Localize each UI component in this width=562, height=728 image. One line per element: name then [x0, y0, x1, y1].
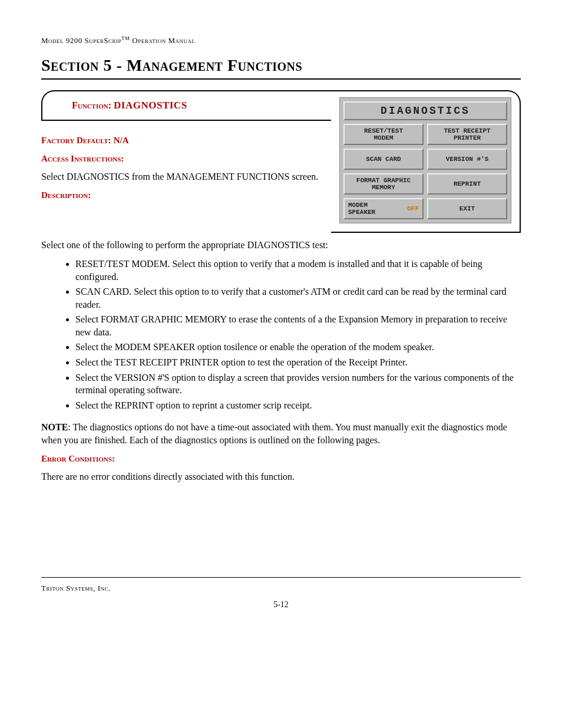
error-conditions-body: There are no error conditions directly a…: [41, 470, 521, 483]
page-number: 5-12: [41, 600, 521, 610]
btn-exit[interactable]: EXIT: [427, 198, 507, 219]
list-item: Select the TEST RECEIPT PRINTER option t…: [75, 356, 521, 369]
factory-default-label: Factory Default:: [41, 136, 111, 145]
screen-panel: DIAGNOSTICS RESET/TEST MODEM TEST RECEIP…: [331, 90, 521, 233]
function-banner: Function: DIAGNOSTICS: [41, 90, 331, 121]
header-suffix: Operation Manual: [130, 36, 196, 45]
list-item: Select the REPRINT option to reprint a c…: [75, 399, 521, 412]
error-conditions-label: Error Conditions:: [41, 453, 521, 465]
btn-test-receipt-printer[interactable]: TEST RECEIPT PRINTER: [427, 124, 507, 145]
btn-reprint[interactable]: REPRINT: [427, 173, 507, 195]
list-item: SCAN CARD. Select this option to to veri…: [75, 285, 521, 311]
bullet-list: RESET/TEST MODEM. Select this option to …: [41, 258, 521, 412]
function-label: Function:: [72, 100, 111, 110]
title-rule: [41, 78, 521, 80]
btn-version-numbers[interactable]: VERSION #'S: [427, 149, 507, 170]
function-value: DIAGNOSTICS: [114, 100, 187, 111]
list-item: Select FORMAT GRAPHIC MEMORY to erase th…: [75, 313, 521, 338]
list-item: RESET/TEST MODEM. Select this option to …: [75, 258, 521, 283]
screen-button-grid: RESET/TEST MODEM TEST RECEIPT PRINTER SC…: [343, 124, 507, 219]
note-paragraph: NOTE: The diagnostics options do not hav…: [41, 421, 521, 446]
access-instructions-label: Access Instructions:: [41, 153, 322, 164]
screen-title: DIAGNOSTICS: [343, 101, 507, 120]
btn-scan-card[interactable]: SCAN CARD: [343, 149, 424, 170]
spacer: [41, 489, 521, 559]
note-label: NOTE: [41, 422, 68, 432]
section-title: Section 5 - Management Functions: [41, 56, 521, 75]
header-product: uperScrip: [89, 36, 121, 45]
btn-modem-speaker-state: OFF: [407, 205, 419, 212]
btn-modem-speaker[interactable]: MODEM SPEAKER OFF: [343, 198, 424, 219]
list-item: Select the MODEM SPEAKER option tosilenc…: [75, 341, 521, 354]
factory-default-value: N/A: [114, 136, 129, 145]
top-block: Function: DIAGNOSTICS Factory Default: N…: [41, 90, 521, 233]
btn-modem-speaker-label: MODEM SPEAKER: [348, 202, 375, 216]
list-item: Select the VERSION #'S option to display…: [75, 371, 521, 397]
screen: DIAGNOSTICS RESET/TEST MODEM TEST RECEIP…: [339, 97, 511, 223]
header-model: Model 9200 S: [41, 36, 89, 45]
description-lead: Select one of the following to perform t…: [41, 239, 521, 252]
access-instructions-body: Select DIAGNOSTICS from the MANAGEMENT F…: [41, 170, 322, 183]
description-label: Description:: [41, 189, 322, 201]
btn-reset-test-modem[interactable]: RESET/TEST MODEM: [343, 124, 424, 145]
footer-company: Triton Systems, Inc.: [41, 584, 521, 593]
factory-default-row: Factory Default: N/A: [41, 134, 322, 147]
trademark-symbol: TM: [121, 35, 130, 41]
left-column: Function: DIAGNOSTICS Factory Default: N…: [41, 90, 331, 207]
btn-format-graphic-memory[interactable]: FORMAT GRAPHIC MEMORY: [343, 173, 424, 195]
running-header: Model 9200 SuperScripTM Operation Manual: [41, 35, 521, 45]
footer-rule: [41, 577, 521, 578]
note-body: : The diagnostics options do not have a …: [41, 422, 507, 445]
